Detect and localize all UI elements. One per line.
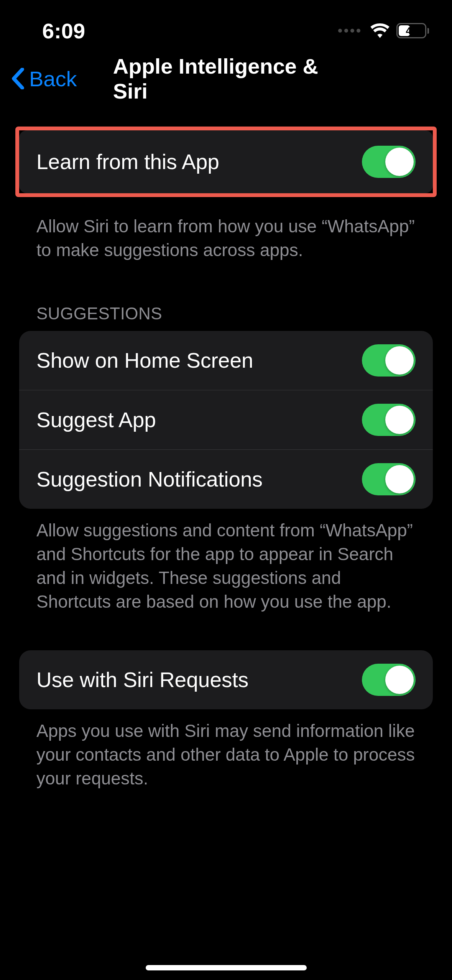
suggest-app-toggle[interactable]: [362, 404, 416, 436]
show-on-home-screen-row[interactable]: Show on Home Screen: [19, 331, 433, 390]
suggestions-header: SUGGESTIONS: [19, 304, 433, 331]
show-on-home-screen-toggle[interactable]: [362, 344, 416, 377]
back-label: Back: [29, 66, 77, 91]
wifi-icon: [370, 23, 390, 38]
nav-bar: Back Apple Intelligence & Siri: [0, 54, 452, 104]
content: Learn from this App Allow Siri to learn …: [0, 104, 452, 790]
suggestion-notifications-label: Suggestion Notifications: [36, 467, 263, 492]
learn-from-app-label: Learn from this App: [36, 150, 219, 174]
home-indicator[interactable]: [146, 965, 307, 970]
show-on-home-screen-label: Show on Home Screen: [36, 348, 253, 373]
use-with-siri-toggle[interactable]: [362, 664, 416, 696]
learn-footer: Allow Siri to learn from how you use “Wh…: [19, 205, 433, 262]
use-with-siri-label: Use with Siri Requests: [36, 668, 248, 692]
recording-indicator-dots: [338, 29, 360, 33]
status-bar: 6:09 44: [0, 0, 452, 54]
suggestion-notifications-toggle[interactable]: [362, 463, 416, 495]
learn-from-app-toggle[interactable]: [362, 146, 416, 178]
chevron-left-icon: [12, 68, 25, 89]
suggest-app-row[interactable]: Suggest App: [19, 390, 433, 449]
status-time: 6:09: [42, 18, 85, 43]
status-indicators: 44: [338, 23, 429, 38]
page-title: Apple Intelligence & Siri: [113, 54, 339, 104]
highlight-annotation: Learn from this App: [15, 127, 437, 197]
siri-footer: Apps you use with Siri may send informat…: [19, 709, 433, 790]
use-with-siri-row[interactable]: Use with Siri Requests: [19, 650, 433, 709]
suggestion-notifications-row[interactable]: Suggestion Notifications: [19, 449, 433, 509]
back-button[interactable]: Back: [12, 66, 77, 91]
learn-from-app-row[interactable]: Learn from this App: [19, 130, 433, 193]
suggestions-section: Show on Home Screen Suggest App Suggesti…: [19, 331, 433, 509]
battery-indicator: 44: [396, 23, 429, 38]
suggest-app-label: Suggest App: [36, 408, 156, 432]
battery-percent: 44: [398, 25, 425, 37]
suggestions-footer: Allow suggestions and content from “What…: [19, 509, 433, 613]
learn-section: Learn from this App: [19, 130, 433, 193]
siri-section: Use with Siri Requests: [19, 650, 433, 709]
